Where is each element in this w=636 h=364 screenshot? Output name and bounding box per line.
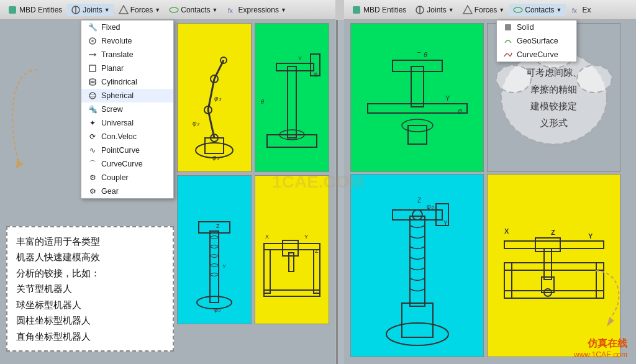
- coupler-label: Coupler: [101, 173, 129, 182]
- joint-item-curvecurve[interactable]: ⌒ CurveCurve: [81, 157, 173, 171]
- svg-point-17: [89, 79, 96, 81]
- contact-solid[interactable]: Solid: [497, 20, 576, 34]
- joint-item-spherical[interactable]: Spherical: [81, 89, 173, 102]
- svg-point-10: [514, 7, 522, 12]
- joints-btn-right[interactable]: Joints ▼: [411, 4, 457, 16]
- expressions-btn-right[interactable]: fx Ex: [567, 4, 595, 16]
- joint-item-conveloc[interactable]: ⟳ Con.Veloc: [81, 130, 173, 143]
- joint-item-fixed[interactable]: 🔧 Fixed: [81, 20, 173, 34]
- right-image-1: θ Y – φ: [350, 23, 484, 172]
- planar-icon: [88, 63, 98, 73]
- svg-marker-15: [94, 53, 96, 57]
- curvecurve2-icon: [503, 50, 513, 60]
- cylindrical-label: Cylindrical: [101, 78, 137, 86]
- joint-item-screw[interactable]: 🔩 Screw: [81, 102, 173, 116]
- svg-point-77: [412, 210, 422, 220]
- universal-label: Universal: [101, 119, 134, 127]
- spherical-icon: [88, 91, 98, 101]
- fixed-label: Fixed: [101, 23, 120, 32]
- image-robot-arm: φ₂ φ₃ φ₁: [177, 23, 252, 172]
- revolute-icon: [88, 36, 98, 46]
- expressions-icon-left: fx: [227, 5, 237, 15]
- universal-icon: ✦: [88, 118, 98, 128]
- joints-chevron-right: ▼: [448, 7, 454, 13]
- screw-label: Screw: [101, 105, 123, 114]
- svg-text:φ: φ: [314, 71, 317, 77]
- joint-item-cylindrical[interactable]: Cylindrical: [81, 75, 173, 89]
- svg-rect-0: [9, 6, 16, 14]
- screw-robot-svg: Z Y φ₀: [180, 181, 248, 318]
- svg-point-71: [577, 65, 612, 93]
- svg-rect-24: [205, 138, 224, 153]
- contacts-btn-left[interactable]: Contacts ▼: [165, 4, 221, 16]
- svg-rect-86: [504, 241, 604, 248]
- credit-box: 仿真在线 www.1CAE.com: [574, 337, 627, 359]
- text-line3: 分析的铰接，比如：: [16, 265, 164, 281]
- image-gantry-robot: Y Z X: [255, 175, 329, 324]
- credit-line1: 仿真在线: [574, 337, 627, 350]
- mbd-icon: [7, 5, 17, 15]
- forces-label-right: Forces: [475, 6, 497, 14]
- forces-btn-left[interactable]: Forces ▼: [115, 4, 165, 16]
- svg-rect-35: [267, 135, 317, 147]
- svg-text:φ₀: φ₀: [214, 307, 220, 313]
- pointcurve-label: PointCurve: [101, 146, 140, 155]
- mbd-entities-btn-right[interactable]: MBD Entities: [348, 4, 410, 16]
- joints-label: Joints: [83, 6, 102, 14]
- joint-item-universal[interactable]: ✦ Universal: [81, 116, 173, 130]
- text-line7: 直角坐标型机器人: [16, 329, 164, 345]
- svg-text:Y: Y: [304, 234, 308, 240]
- svg-text:Z: Z: [417, 197, 421, 204]
- joints-chevron: ▼: [104, 7, 110, 13]
- expressions-label-left: Expressions: [238, 6, 279, 14]
- joint-item-revolute[interactable]: Revolute: [81, 34, 173, 48]
- svg-text:Y: Y: [445, 94, 450, 102]
- curvecurve-icon: ⌒: [88, 159, 98, 169]
- contacts-icon-right: [513, 5, 523, 15]
- contact-curvecurve[interactable]: CurveCurve: [497, 48, 576, 61]
- joint-item-coupler[interactable]: ⚙ Coupler: [81, 171, 173, 184]
- svg-text:Z: Z: [315, 248, 319, 254]
- translate-label: Translate: [101, 50, 134, 59]
- svg-rect-16: [89, 65, 96, 71]
- translate-icon: [88, 50, 98, 60]
- expressions-btn-left[interactable]: fx Expressions ▼: [223, 4, 290, 16]
- mbd-icon-right: [352, 5, 361, 15]
- contacts-chevron-left: ▼: [212, 7, 218, 13]
- svg-text:Y: Y: [222, 263, 227, 270]
- joints-dropdown: 🔧 Fixed Revolute Translate Planar: [81, 20, 174, 199]
- forces-icon-left: [119, 5, 129, 15]
- joint-item-translate[interactable]: Translate: [81, 48, 173, 61]
- forces-btn-right[interactable]: Forces ▼: [459, 4, 509, 16]
- svg-rect-76: [393, 210, 442, 220]
- right-robot1-svg: θ Y – φ: [355, 29, 479, 166]
- contacts-btn-right[interactable]: Contacts ▼: [509, 4, 565, 16]
- svg-rect-37: [288, 66, 296, 138]
- svg-text:φ: φ: [458, 107, 462, 114]
- joints-icon: [71, 5, 81, 15]
- svg-text:X: X: [265, 234, 269, 240]
- contact-geosurface[interactable]: GeoSurface: [497, 34, 576, 48]
- joints-label-right: Joints: [427, 6, 446, 14]
- expressions-label-right: Ex: [583, 6, 591, 14]
- joint-item-planar[interactable]: Planar: [81, 61, 173, 75]
- revolute-label: Revolute: [101, 37, 132, 45]
- svg-text:θ: θ: [261, 99, 264, 105]
- curvecurve-label: CurveCurve: [101, 160, 143, 168]
- joints-btn[interactable]: Joints ▼: [67, 4, 113, 16]
- conveloc-label: Con.Veloc: [101, 132, 137, 141]
- svg-rect-6: [353, 6, 360, 14]
- mbd-entities-label-right: MBD Entities: [363, 6, 406, 14]
- curvecurve2-label: CurveCurve: [517, 50, 558, 59]
- svg-point-73: [386, 323, 448, 345]
- mbd-entities-label: MBD Entities: [19, 6, 62, 14]
- cloud-text-line3: 建模铰接定: [526, 98, 582, 114]
- svg-text:Y: Y: [588, 232, 593, 240]
- mbd-entities-btn[interactable]: MBD Entities: [4, 4, 66, 16]
- joint-item-gear[interactable]: ⚙ Gear: [81, 184, 173, 198]
- svg-text:θ: θ: [424, 51, 427, 58]
- joint-item-pointcurve[interactable]: ∿ PointCurve: [81, 143, 173, 157]
- svg-rect-74: [402, 303, 433, 337]
- solid-label: Solid: [517, 23, 534, 32]
- coupler-icon: ⚙: [88, 173, 98, 183]
